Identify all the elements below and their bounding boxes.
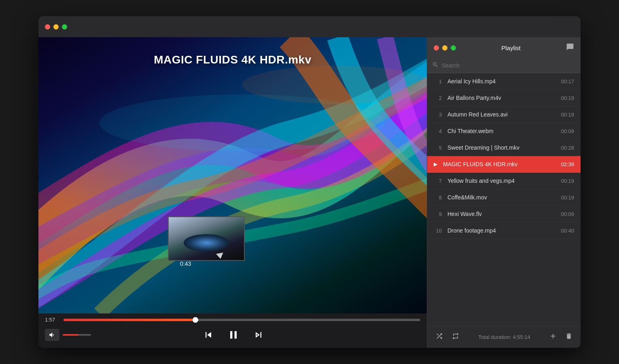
item-number: 3 bbox=[434, 112, 442, 118]
title-bar bbox=[38, 16, 581, 37]
playlist-item[interactable]: ▶ MAGIC FLUIDS 4K HDR.mkv 02:39 bbox=[427, 156, 581, 173]
volume-section bbox=[45, 329, 91, 341]
play-indicator: ▶ bbox=[434, 161, 437, 167]
controls-row bbox=[45, 327, 420, 343]
next-icon bbox=[253, 329, 264, 341]
item-name: MAGIC FLUIDS 4K HDR.mkv bbox=[443, 161, 556, 167]
window-controls bbox=[45, 24, 67, 30]
playlist-maximize-button[interactable] bbox=[451, 45, 456, 51]
playlist-minimize-button[interactable] bbox=[442, 45, 447, 51]
playlist-item[interactable]: 5 Sweet Dreaming | Short.mkv 00:28 bbox=[427, 140, 581, 156]
controls-bar: 1:57 bbox=[38, 313, 427, 348]
main-content: MAGIC FLUIDS 4K HDR.mkv 0:43 1:57 bbox=[38, 37, 581, 348]
item-duration: 00:19 bbox=[561, 95, 574, 101]
playlist-item[interactable]: 2 Air Ballons Party.m4v 00:19 bbox=[427, 90, 581, 106]
pause-button[interactable] bbox=[225, 327, 242, 343]
progress-section: 1:57 bbox=[45, 317, 420, 323]
playlist-window-controls bbox=[434, 45, 456, 51]
playback-controls bbox=[201, 327, 266, 343]
chat-icon bbox=[566, 43, 574, 51]
minimize-button[interactable] bbox=[53, 24, 59, 30]
item-duration: 00:09 bbox=[561, 211, 574, 217]
repeat-button[interactable] bbox=[450, 330, 461, 344]
previous-icon bbox=[203, 329, 214, 341]
time-elapsed: 1:57 bbox=[45, 317, 59, 323]
playlist-item[interactable]: 1 Aerial Icy Hills.mp4 00:17 bbox=[427, 73, 581, 90]
item-name: Hexi Wave.flv bbox=[447, 211, 556, 217]
item-number: 4 bbox=[434, 128, 442, 134]
item-name: Air Ballons Party.m4v bbox=[447, 95, 556, 101]
item-number: 10 bbox=[434, 228, 442, 234]
item-name: Autumn Red Leaves.avi bbox=[447, 111, 556, 118]
volume-button[interactable] bbox=[45, 329, 59, 341]
close-button[interactable] bbox=[45, 24, 50, 30]
playlist-item[interactable]: 9 Hexi Wave.flv 00:09 bbox=[427, 206, 581, 222]
item-name: Yellow fruits and vegs.mp4 bbox=[447, 178, 556, 184]
item-duration: 00:40 bbox=[561, 228, 574, 234]
item-number: 7 bbox=[434, 178, 442, 184]
progress-handle bbox=[193, 317, 198, 323]
playlist-item[interactable]: 4 Chi Theater.webm 00:09 bbox=[427, 123, 581, 140]
playlist-item[interactable]: 7 Yellow fruits and vegs.mp4 00:19 bbox=[427, 173, 581, 189]
shuffle-button[interactable] bbox=[434, 330, 445, 344]
shuffle-icon bbox=[435, 332, 443, 340]
playlist-chat-button[interactable] bbox=[566, 43, 574, 53]
item-duration: 00:19 bbox=[561, 178, 574, 184]
item-duration: 00:28 bbox=[561, 145, 574, 151]
item-duration: 00:17 bbox=[561, 78, 574, 85]
item-duration: 00:09 bbox=[561, 128, 574, 134]
item-duration: 00:19 bbox=[561, 112, 574, 118]
playlist-item[interactable]: 10 Drone footage.mp4 00:40 bbox=[427, 222, 581, 239]
item-number: 8 bbox=[434, 195, 442, 201]
item-name: Aerial Icy Hills.mp4 bbox=[447, 78, 556, 85]
video-background bbox=[38, 37, 427, 313]
video-canvas: MAGIC FLUIDS 4K HDR.mkv 0:43 bbox=[38, 37, 427, 313]
pause-icon bbox=[227, 328, 240, 341]
total-duration: Total duration: 4:55:14 bbox=[466, 334, 543, 340]
search-input[interactable] bbox=[442, 62, 576, 69]
previous-button[interactable] bbox=[201, 328, 216, 342]
svg-point-2 bbox=[242, 66, 427, 104]
time-tooltip: 0:43 bbox=[180, 260, 191, 267]
search-svg bbox=[432, 61, 439, 68]
next-button[interactable] bbox=[251, 328, 266, 342]
item-name: Coffe&Milk.mov bbox=[447, 194, 556, 201]
playlist-close-button[interactable] bbox=[434, 45, 439, 51]
video-title: MAGIC FLUIDS 4K HDR.mkv bbox=[38, 53, 427, 66]
thumbnail-image bbox=[169, 217, 244, 260]
progress-bar[interactable] bbox=[64, 319, 420, 321]
app-window: MAGIC FLUIDS 4K HDR.mkv 0:43 1:57 bbox=[38, 16, 581, 348]
delete-item-button[interactable] bbox=[564, 331, 574, 343]
item-number: 2 bbox=[434, 95, 442, 101]
playlist-item[interactable]: 3 Autumn Red Leaves.avi 00:19 bbox=[427, 106, 581, 123]
repeat-icon bbox=[452, 332, 460, 340]
volume-icon bbox=[49, 331, 56, 339]
item-name: Drone footage.mp4 bbox=[447, 227, 556, 234]
add-icon bbox=[549, 332, 557, 340]
item-duration: 00:19 bbox=[561, 195, 574, 201]
playlist-title: Playlist bbox=[501, 44, 521, 51]
playlist-items: 1 Aerial Icy Hills.mp4 00:17 2 Air Ballo… bbox=[427, 73, 581, 326]
item-name: Chi Theater.webm bbox=[447, 128, 556, 134]
thumbnail-popup bbox=[168, 216, 245, 261]
playlist-search-bar bbox=[427, 58, 581, 73]
item-number: 5 bbox=[434, 145, 442, 151]
progress-filled bbox=[64, 319, 195, 321]
add-item-button[interactable] bbox=[547, 330, 559, 344]
playlist-header: Playlist bbox=[427, 37, 581, 58]
item-number: 9 bbox=[434, 211, 442, 217]
delete-icon bbox=[565, 332, 572, 340]
playlist-footer: Total duration: 4:55:14 bbox=[427, 326, 581, 348]
maximize-button[interactable] bbox=[62, 24, 67, 30]
playlist-item[interactable]: 8 Coffe&Milk.mov 00:19 bbox=[427, 189, 581, 206]
search-icon bbox=[432, 61, 439, 70]
item-number: 1 bbox=[434, 78, 442, 85]
volume-slider[interactable] bbox=[63, 334, 91, 336]
playlist-sidebar: Playlist 1 Aerial bbox=[427, 37, 581, 348]
item-duration: 02:39 bbox=[561, 161, 574, 167]
video-area: MAGIC FLUIDS 4K HDR.mkv 0:43 1:57 bbox=[38, 37, 427, 348]
item-name: Sweet Dreaming | Short.mkv bbox=[447, 144, 556, 151]
